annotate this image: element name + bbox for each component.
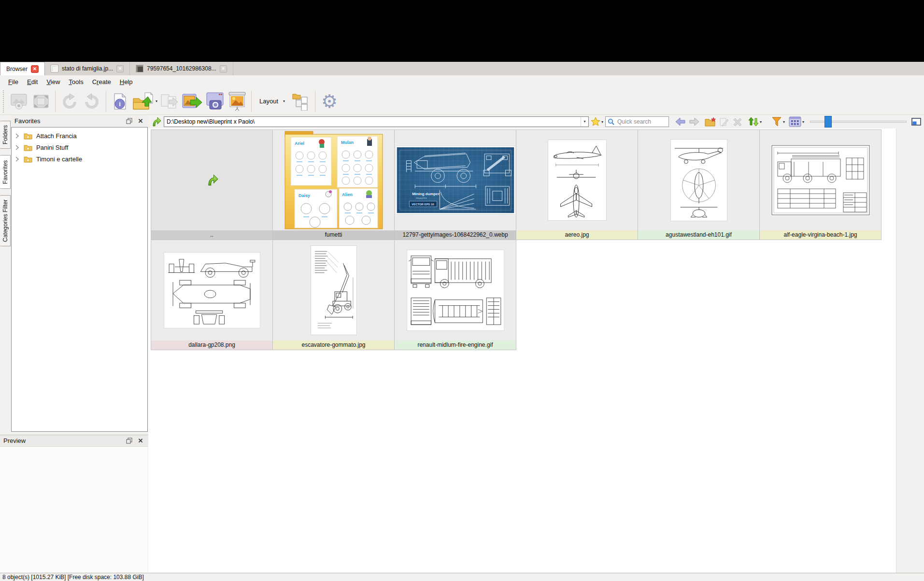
file-cell-gettyimages-webp[interactable]: Mining dumper blueprint VECTOR EPS 10 12… [394,129,516,240]
fullscreen-button[interactable] [30,89,52,113]
svg-text:Mining dumper: Mining dumper [412,192,439,196]
chevron-down-icon[interactable]: ▾ [156,99,157,103]
chevron-down-icon: ▾ [283,99,285,103]
rotate-right-button[interactable] [81,89,103,113]
app-window: Browser ✕ stato di famiglia.jp... ✕ 7959… [0,62,924,581]
panel-layout-button[interactable] [910,116,922,128]
batch-convert-icon [182,92,203,111]
thumbnail [760,130,881,230]
favorites-item-panini-stuff[interactable]: Panini Stuff [12,142,147,153]
toolbar-separator [55,91,56,112]
menu-help[interactable]: Help [115,77,137,87]
add-favorite-button[interactable]: ▾ [591,116,603,128]
tab-image-1[interactable]: stato di famiglia.jp... ✕ [45,62,130,75]
file-cell-escavatore[interactable]: escavatore-gommato.jpg [272,240,395,350]
tab-image-2[interactable]: 79597654_10162986308... ✕ [130,62,233,75]
folder-tree-icon [292,92,310,111]
tab-label: 79597654_10162986308... [147,65,216,72]
favorites-tree: Attach Francia Panini Stuff [11,127,148,432]
file-cell-dallara[interactable]: dallara-gp208.png [151,240,273,350]
filter-button[interactable]: ▾ [771,116,785,128]
layout-button[interactable]: Layout ▾ [255,91,290,112]
sidebar-tab-categories-filter[interactable]: Categories Filter [0,195,11,246]
file-cell-aereo[interactable]: aereo.jpg [516,129,638,240]
folder-tree-button[interactable] [290,89,312,113]
svg-text:Daisy: Daisy [299,193,310,198]
favorites-item-label: Attach Francia [36,132,77,140]
file-cell-parent-dir[interactable]: .. [151,129,273,240]
file-cell-alf-eagle[interactable]: alf-eagle-virgina-beach-1.jpg [759,129,881,240]
sidebar-tab-folders[interactable]: Folders [0,121,11,149]
float-panel-button[interactable] [125,437,133,445]
new-folder-button[interactable] [705,116,716,128]
tab-browser[interactable]: Browser ✕ [0,62,45,75]
fullscreen-icon [32,93,50,110]
forward-button[interactable] [688,116,700,128]
chevron-down-icon[interactable]: ▾ [802,120,804,124]
favorites-item-attach-francia[interactable]: Attach Francia [12,130,147,142]
view-mode-button[interactable]: ▾ [789,116,804,128]
thumbnail: Mining dumper blueprint VECTOR EPS 10 [395,130,516,230]
favorites-item-timoni-e-cartelle[interactable]: Timoni e cartelle [12,153,147,165]
chevron-right-icon[interactable] [15,145,20,150]
batch-convert-button[interactable] [181,89,204,113]
file-cell-fumetti[interactable]: Ariel [272,129,395,240]
close-panel-button[interactable]: ✕ [136,437,145,445]
screen-capture-button[interactable] [204,89,226,113]
file-cell-renault[interactable]: renault-midlum-fire-engine.gif [394,240,516,350]
close-tab-icon[interactable]: ✕ [220,65,227,72]
favorites-panel-title: Favorites [14,117,122,125]
back-button[interactable] [675,116,686,128]
up-arrow-icon [151,116,161,127]
image-thumb-icon [136,65,143,72]
toolbar-drag-handle[interactable] [3,90,5,113]
chevron-right-icon[interactable] [15,156,20,162]
sidebar-tab-strip: Folders Favorites Categories Filter [0,121,11,246]
thumbnail [395,240,516,340]
slider-handle[interactable] [824,116,832,128]
open-with-button[interactable]: ▾ [131,89,158,113]
sidebar-tab-favorites[interactable]: Favorites [0,155,11,189]
favorites-panel-header: Favorites ✕ [11,115,148,127]
float-panel-button[interactable] [125,117,133,126]
settings-button[interactable]: ⚙ [318,89,341,113]
thumbnail [516,130,638,230]
go-up-button[interactable] [150,116,162,128]
preview-panel: Preview ✕ [0,435,148,573]
file-cell-agustawestland[interactable]: agustawestland-eh101.gif [638,129,760,240]
chevron-down-icon[interactable]: ▾ [783,120,785,124]
thumbnail-size-slider[interactable] [810,116,907,128]
address-input[interactable] [164,118,581,125]
sort-button[interactable]: ▾ [748,116,762,128]
slideshow-button[interactable] [226,89,248,113]
address-combobox[interactable]: ▾ [164,116,589,127]
thumbnail [151,240,272,340]
rename-button[interactable] [718,116,730,128]
status-text: 8 object(s) [1015.27 KiB] [Free disk spa… [2,574,144,581]
delete-button[interactable] [732,116,743,128]
rotate-left-button[interactable] [58,89,81,113]
quick-search-box[interactable] [605,116,669,127]
info-icon: i [112,92,129,111]
menu-edit[interactable]: Edit [23,77,42,87]
svg-text:VECTOR EPS 10: VECTOR EPS 10 [412,203,434,206]
chevron-down-icon[interactable]: ▾ [601,120,603,124]
quick-search-input[interactable] [616,118,667,126]
menu-file[interactable]: File [4,77,23,87]
chevron-right-icon[interactable] [15,133,20,139]
close-tab-icon[interactable]: ✕ [31,65,39,73]
menu-create[interactable]: Create [88,77,115,87]
edit-pencil-icon [719,117,729,127]
gear-icon: ⚙ [321,92,338,111]
chevron-down-icon[interactable]: ▾ [581,117,588,127]
close-panel-button[interactable]: ✕ [136,117,145,126]
chevron-down-icon[interactable]: ▾ [760,120,762,124]
file-name: 12797-gettyimages-1068422962_0.webp [395,230,516,240]
convert-button[interactable] [158,89,181,113]
image-thumb-icon [51,65,58,72]
close-tab-icon[interactable]: ✕ [116,65,124,72]
menu-tools[interactable]: Tools [64,77,87,87]
menu-view[interactable]: View [42,77,64,87]
view-image-button[interactable] [8,89,30,113]
info-button[interactable]: i [109,89,131,113]
